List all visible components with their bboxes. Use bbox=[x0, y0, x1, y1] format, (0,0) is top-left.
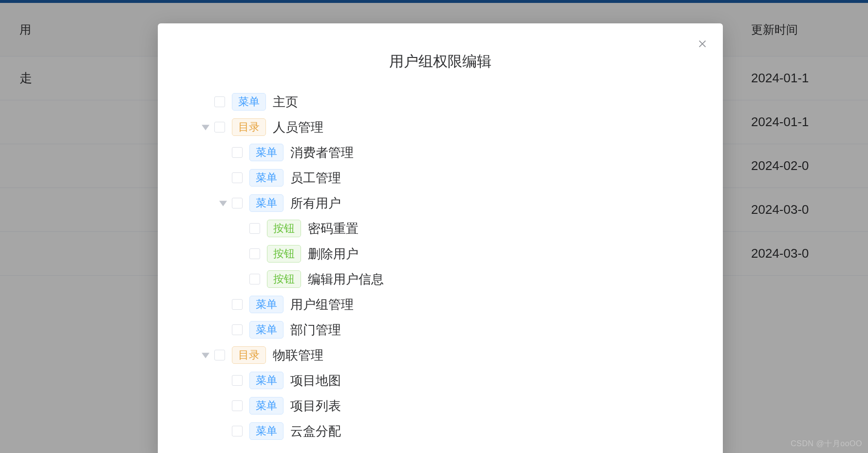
svg-marker-4 bbox=[202, 353, 209, 358]
checkbox[interactable] bbox=[232, 147, 243, 158]
tree-node[interactable]: 按钮删除用户 bbox=[177, 241, 703, 266]
tree-node[interactable]: 菜单主页 bbox=[177, 89, 703, 114]
svg-marker-2 bbox=[202, 125, 209, 130]
expand-placeholder bbox=[218, 401, 228, 411]
type-tag: 菜单 bbox=[232, 93, 266, 111]
expand-placeholder bbox=[218, 148, 228, 157]
expand-placeholder bbox=[218, 376, 228, 385]
checkbox[interactable] bbox=[214, 96, 225, 107]
checkbox[interactable] bbox=[214, 350, 225, 360]
checkbox[interactable] bbox=[232, 426, 243, 436]
expand-placeholder bbox=[218, 426, 228, 436]
type-tag: 按钮 bbox=[267, 245, 301, 263]
expand-placeholder bbox=[236, 274, 245, 284]
permission-dialog: 用户组权限编辑 菜单主页目录人员管理菜单消费者管理菜单员工管理菜单所有用户按钮密… bbox=[158, 23, 723, 453]
chevron-down-icon[interactable] bbox=[201, 122, 210, 132]
tree-node-label: 部门管理 bbox=[290, 321, 341, 339]
checkbox[interactable] bbox=[232, 299, 243, 310]
checkbox[interactable] bbox=[232, 172, 243, 183]
tree-node-label: 云盒分配 bbox=[290, 423, 341, 440]
dialog-title: 用户组权限编辑 bbox=[158, 23, 723, 89]
tree-node-label: 编辑用户信息 bbox=[308, 271, 384, 288]
chevron-down-icon[interactable] bbox=[201, 350, 210, 360]
checkbox[interactable] bbox=[249, 223, 260, 234]
expand-placeholder bbox=[218, 300, 228, 309]
permission-tree: 菜单主页目录人员管理菜单消费者管理菜单员工管理菜单所有用户按钮密码重置按钮删除用… bbox=[158, 89, 723, 444]
tree-node-label: 删除用户 bbox=[308, 245, 359, 263]
tree-node-label: 密码重置 bbox=[308, 220, 359, 237]
tree-node[interactable]: 目录人员管理 bbox=[177, 114, 703, 140]
tree-node[interactable]: 菜单云盒分配 bbox=[177, 418, 703, 444]
type-tag: 目录 bbox=[232, 346, 266, 364]
type-tag: 菜单 bbox=[249, 397, 283, 415]
type-tag: 按钮 bbox=[267, 270, 301, 288]
tree-node[interactable]: 菜单所有用户 bbox=[177, 190, 703, 216]
tree-node[interactable]: 目录物联管理 bbox=[177, 342, 703, 368]
type-tag: 目录 bbox=[232, 118, 266, 136]
expand-placeholder bbox=[201, 97, 210, 107]
tree-node[interactable]: 菜单用户组管理 bbox=[177, 292, 703, 317]
tree-node[interactable]: 按钮密码重置 bbox=[177, 216, 703, 241]
tree-node[interactable]: 菜单项目地图 bbox=[177, 368, 703, 393]
tree-node-label: 所有用户 bbox=[290, 195, 341, 212]
tree-node-label: 人员管理 bbox=[273, 119, 323, 136]
expand-placeholder bbox=[236, 249, 245, 259]
type-tag: 菜单 bbox=[249, 194, 283, 212]
expand-placeholder bbox=[218, 325, 228, 335]
tree-node-label: 消费者管理 bbox=[290, 144, 354, 161]
type-tag: 菜单 bbox=[249, 296, 283, 313]
checkbox[interactable] bbox=[232, 324, 243, 335]
checkbox[interactable] bbox=[249, 248, 260, 259]
svg-marker-3 bbox=[219, 201, 227, 206]
expand-placeholder bbox=[218, 173, 228, 183]
type-tag: 按钮 bbox=[267, 220, 301, 237]
tree-node[interactable]: 按钮编辑用户信息 bbox=[177, 266, 703, 292]
tree-node[interactable]: 菜单员工管理 bbox=[177, 165, 703, 190]
tree-node-label: 主页 bbox=[273, 94, 298, 111]
close-icon[interactable] bbox=[696, 37, 709, 51]
tree-node-label: 物联管理 bbox=[273, 347, 323, 364]
checkbox[interactable] bbox=[249, 274, 260, 284]
tree-node[interactable]: 菜单消费者管理 bbox=[177, 140, 703, 165]
tree-node-label: 用户组管理 bbox=[290, 296, 354, 313]
type-tag: 菜单 bbox=[249, 372, 283, 389]
type-tag: 菜单 bbox=[249, 321, 283, 339]
checkbox[interactable] bbox=[232, 375, 243, 386]
chevron-down-icon[interactable] bbox=[218, 198, 228, 208]
tree-node-label: 员工管理 bbox=[290, 170, 341, 187]
checkbox[interactable] bbox=[214, 122, 225, 132]
tree-node-label: 项目地图 bbox=[290, 372, 341, 389]
watermark: CSDN @十月ooOO bbox=[791, 439, 862, 449]
type-tag: 菜单 bbox=[249, 169, 283, 187]
tree-node-label: 项目列表 bbox=[290, 397, 341, 415]
checkbox[interactable] bbox=[232, 400, 243, 411]
checkbox[interactable] bbox=[232, 198, 243, 208]
tree-node[interactable]: 菜单项目列表 bbox=[177, 393, 703, 418]
expand-placeholder bbox=[236, 224, 245, 233]
type-tag: 菜单 bbox=[249, 144, 283, 161]
type-tag: 菜单 bbox=[249, 422, 283, 440]
tree-node[interactable]: 菜单部门管理 bbox=[177, 317, 703, 342]
